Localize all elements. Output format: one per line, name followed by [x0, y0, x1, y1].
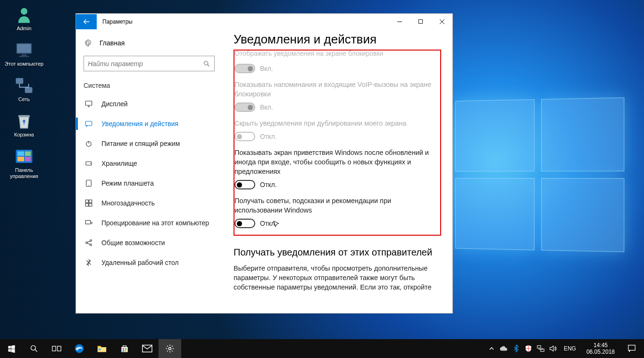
taskbar-settings[interactable] — [159, 339, 181, 358]
tray-chevron[interactable] — [487, 344, 496, 353]
svg-rect-10 — [17, 157, 24, 162]
svg-rect-3 — [19, 56, 29, 57]
search-input[interactable] — [88, 60, 203, 68]
maximize-button[interactable] — [410, 14, 431, 29]
svg-rect-12 — [418, 19, 422, 23]
tray-security[interactable] — [524, 344, 533, 353]
taskbar-mail[interactable] — [136, 339, 159, 358]
projecting-icon — [84, 219, 93, 227]
desktop-icons: Admin Этот компьютер Сеть Корзина Панель… — [3, 5, 45, 179]
sidebar-item-label: Проецирование на этот компьютер — [101, 219, 209, 227]
tray-network[interactable] — [536, 344, 545, 353]
sidebar-item-remote[interactable]: Удаленный рабочий стол — [76, 253, 222, 273]
notifications-icon — [84, 119, 93, 128]
svg-rect-25 — [85, 221, 91, 224]
folder-icon — [97, 344, 107, 353]
svg-rect-24 — [89, 204, 92, 206]
desktop-icon-recycle-bin[interactable]: Корзина — [3, 111, 45, 138]
toggle-state: Откл. — [260, 181, 277, 188]
setting-label: Показывать экран приветствия Windows пос… — [234, 148, 436, 176]
sidebar-item-storage[interactable]: Хранилище — [76, 153, 222, 173]
search-box[interactable] — [84, 56, 215, 71]
desktop-icon-this-pc[interactable]: Этот компьютер — [3, 40, 45, 67]
taskbar-explorer[interactable] — [91, 339, 113, 358]
desktop-icon-label: Корзина — [14, 132, 34, 138]
sidebar-item-projecting[interactable]: Проецирование на этот компьютер — [76, 213, 222, 233]
start-button[interactable] — [0, 339, 23, 358]
multitasking-icon — [84, 199, 93, 207]
clock-time: 14:45 — [586, 342, 615, 349]
sidebar-item-label: Общие возможности — [101, 239, 165, 247]
user-folder-icon — [14, 5, 34, 25]
sidebar-item-shared[interactable]: Общие возможности — [76, 233, 222, 253]
toggle-lockscreen-notifications — [234, 64, 255, 73]
sidebar-item-label: Удаленный рабочий стол — [101, 259, 179, 266]
close-button[interactable] — [431, 14, 452, 29]
minimize-button[interactable] — [389, 14, 410, 29]
toggle-welcome-screen[interactable] — [234, 180, 255, 189]
svg-rect-4 — [16, 78, 24, 84]
desktop-icon-control-panel[interactable]: Панель управления — [3, 146, 45, 179]
svg-point-20 — [88, 185, 89, 186]
senders-description: Выберите отправителя, чтобы просмотреть … — [234, 264, 441, 292]
tray-volume[interactable] — [549, 344, 557, 353]
svg-rect-23 — [85, 204, 88, 206]
desktop-icon-label: Этот компьютер — [5, 61, 43, 67]
taskbar-search[interactable] — [23, 339, 45, 358]
power-icon — [84, 139, 93, 148]
svg-rect-31 — [58, 346, 61, 351]
svg-rect-41 — [537, 346, 541, 348]
svg-rect-9 — [25, 152, 31, 156]
tray-onedrive[interactable] — [500, 344, 508, 353]
svg-rect-34 — [99, 349, 101, 350]
setting-voip-reminders: Показывать напоминания и входящие VoIP-в… — [234, 80, 436, 112]
recycle-bin-icon — [14, 111, 34, 131]
sidebar-item-display[interactable]: Дисплей — [76, 94, 222, 114]
shared-icon — [84, 239, 93, 247]
sidebar-item-label: Питание и спящий режим — [101, 140, 180, 147]
shield-icon — [525, 345, 532, 352]
remote-desktop-icon — [84, 258, 93, 267]
svg-rect-43 — [628, 345, 635, 350]
sidebar-home[interactable]: Главная — [76, 35, 222, 51]
tray-bluetooth[interactable] — [512, 344, 520, 353]
svg-rect-1 — [17, 43, 32, 53]
tray-clock[interactable]: 14:45 06.05.2018 — [583, 342, 619, 355]
toggle-tips[interactable] — [234, 219, 255, 228]
display-icon — [84, 100, 93, 108]
svg-rect-37 — [123, 350, 124, 351]
sidebar-item-notifications[interactable]: Уведомления и действия — [76, 114, 222, 134]
sidebar-item-tablet[interactable]: Режим планшета — [76, 173, 222, 193]
sidebar-section-title: Система — [76, 79, 222, 94]
svg-rect-11 — [25, 157, 31, 162]
network-icon — [537, 345, 544, 352]
taskbar-edge[interactable] — [68, 339, 91, 358]
page-title: Уведомления и действия — [234, 32, 441, 47]
onedrive-icon — [500, 345, 508, 352]
back-button[interactable] — [76, 14, 97, 29]
taskbar: ENG 14:45 06.05.2018 — [0, 339, 644, 358]
tray-language[interactable]: ENG — [561, 345, 579, 352]
desktop-icon-label: Панель управления — [3, 167, 45, 179]
sidebar-item-power[interactable]: Питание и спящий режим — [76, 134, 222, 153]
sidebar-item-multitasking[interactable]: Многозадачность — [76, 193, 222, 213]
settings-window: Параметры Главная Система — [75, 13, 453, 314]
taskbar-store[interactable] — [113, 339, 136, 358]
sidebar-item-label: Режим планшета — [101, 179, 154, 187]
tray-action-center[interactable] — [622, 339, 641, 358]
svg-rect-6 — [18, 115, 30, 117]
svg-rect-35 — [123, 348, 124, 349]
storage-icon — [84, 159, 93, 168]
taskbar-taskview[interactable] — [45, 339, 68, 358]
svg-rect-8 — [17, 152, 24, 156]
svg-point-18 — [90, 163, 91, 164]
svg-rect-2 — [22, 54, 27, 56]
toggle-state: Откл. — [260, 133, 277, 140]
desktop-icon-network[interactable]: Сеть — [3, 76, 45, 102]
clock-date: 06.05.2018 — [586, 349, 615, 355]
svg-rect-21 — [85, 200, 88, 203]
svg-point-13 — [204, 61, 208, 65]
desktop-icon-admin[interactable]: Admin — [3, 5, 45, 32]
toggle-state: Вкл. — [260, 103, 273, 111]
chevron-up-icon — [489, 346, 494, 351]
